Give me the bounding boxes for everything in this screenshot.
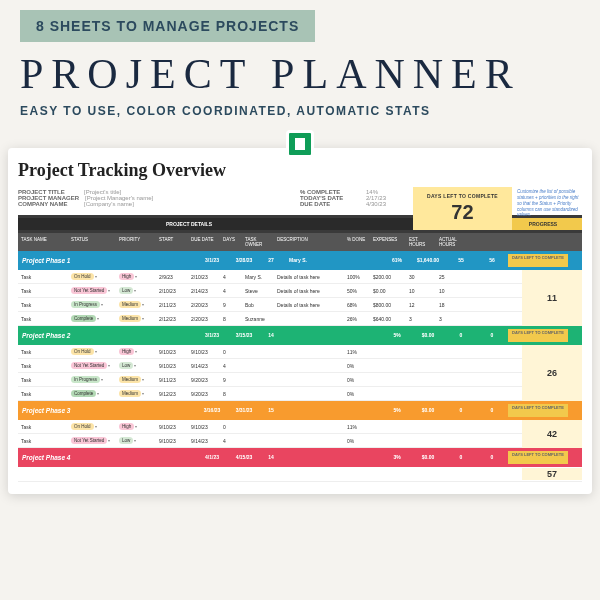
google-sheets-icon (286, 130, 314, 158)
meta-value: [Company's name] (84, 201, 134, 207)
task-row: TaskComplete▾Medium▾2/12/232/20/238Suzan… (18, 312, 582, 326)
promo-header: 8 SHEETS TO MANAGE PROJECTS PROJECT PLAN… (0, 0, 600, 123)
main-title: PROJECT PLANNER (20, 50, 580, 98)
column-header-row: TASK NAME STATUS PRIORITY START DUE DATE… (18, 233, 582, 251)
meta-label: DUE DATE (300, 201, 360, 207)
days-left-label: DAYS LEFT TO COMPLETE (427, 193, 498, 199)
section-header: PROGRESS (504, 218, 582, 230)
phase-header: Project Phase 23/1/233/15/23145%$0.0000D… (18, 326, 582, 345)
section-header: PROJECT DETAILS (18, 218, 360, 230)
task-row: TaskComplete▾Medium▾9/12/239/20/2380% (18, 387, 582, 401)
col-header: START (156, 235, 188, 249)
col-header: EST. HOURS (406, 235, 436, 249)
col-header (468, 235, 528, 249)
col-header: TASK NAME (18, 235, 68, 249)
phase-header: Project Phase 44/1/234/15/23143%$0.0000D… (18, 448, 582, 467)
customize-note: Customize the list of possible statuses … (517, 189, 582, 218)
meta-label: COMPANY NAME (18, 201, 78, 207)
col-header: STATUS (68, 235, 116, 249)
phase-header: Project Phase 13/1/233/28/2327Mary S.61%… (18, 251, 582, 270)
col-header: PRIORITY (116, 235, 156, 249)
phase-days-left: 11 (522, 270, 582, 326)
task-row: TaskOn Hold▾High▾9/10/239/10/23011% (18, 345, 582, 359)
col-header: EXPENSES (370, 235, 406, 249)
col-header: TASK OWNER (242, 235, 274, 249)
col-header: DUE DATE (188, 235, 220, 249)
col-header: % DONE (344, 235, 370, 249)
days-left-box: DAYS LEFT TO COMPLETE 72 (413, 187, 512, 230)
col-header: DESCRIPTION (274, 235, 344, 249)
phases-container: Project Phase 13/1/233/28/2327Mary S.61%… (18, 251, 582, 482)
task-row: TaskOn Hold▾High▾2/9/232/10/234Mary S.De… (18, 270, 582, 284)
phase-days-left: 26 (522, 345, 582, 401)
task-row: TaskIn Progress▾Medium▾2/11/232/20/239Bo… (18, 298, 582, 312)
task-row: TaskOn Hold▾High▾9/10/239/10/23011% (18, 420, 582, 434)
task-row: TaskNot Yet Started▾Low▾9/10/239/14/2340… (18, 434, 582, 448)
subtitle: EASY TO USE, COLOR COORDINATED, AUTOMATI… (20, 104, 580, 118)
meta-value: 4/30/23 (366, 201, 386, 207)
col-header: DAYS (220, 235, 242, 249)
phase-days-left: 42 (522, 420, 582, 448)
phase-header: Project Phase 33/16/233/31/23155%$0.0000… (18, 401, 582, 420)
meta-section: PROJECT TITLE[Project's title] PROJECT M… (18, 189, 582, 207)
task-row: TaskNot Yet Started▾Low▾9/10/239/14/2340… (18, 359, 582, 373)
days-left-value: 72 (427, 201, 498, 224)
col-header: ACTUAL HOURS (436, 235, 468, 249)
spreadsheet-preview: Project Tracking Overview PROJECT TITLE[… (8, 148, 592, 494)
task-row: TaskNot Yet Started▾Low▾2/10/232/14/234S… (18, 284, 582, 298)
badge: 8 SHEETS TO MANAGE PROJECTS (20, 10, 315, 42)
sheet-title: Project Tracking Overview (18, 160, 582, 181)
task-row: TaskIn Progress▾Medium▾9/11/239/20/2390% (18, 373, 582, 387)
